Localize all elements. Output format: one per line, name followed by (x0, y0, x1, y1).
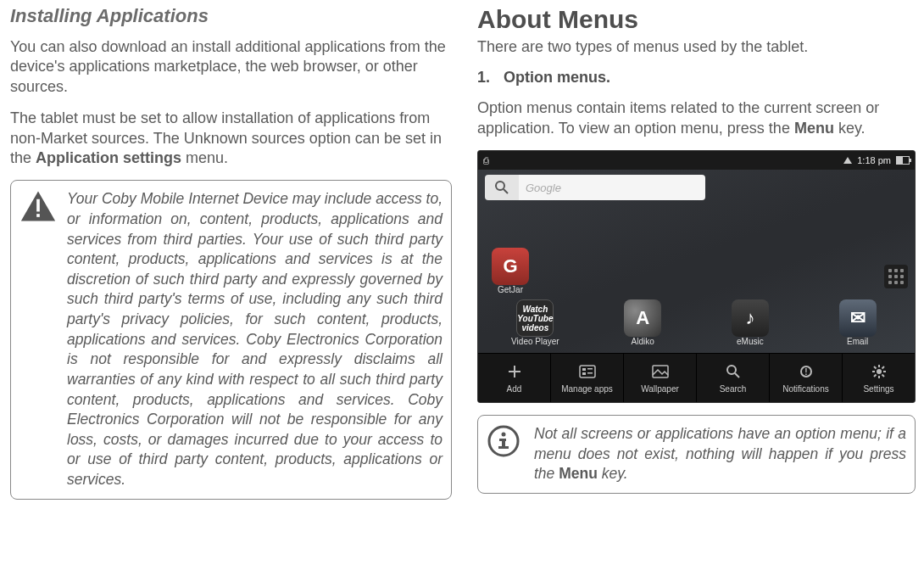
info-callout: Not all screens or applications have an … (477, 415, 916, 494)
svg-point-3 (496, 182, 504, 190)
svg-point-13 (727, 366, 736, 374)
wallpaper-icon (651, 362, 670, 381)
paragraph: The tablet must be set to allow installa… (10, 109, 452, 168)
menu-manage-apps[interactable]: Manage apps (551, 354, 624, 402)
text-run: key. (834, 120, 866, 137)
list-number: 1. (477, 69, 490, 86)
app-label: Aldiko (632, 337, 654, 346)
tablet-screenshot: ⎙ 1:18 pm Google G (477, 150, 916, 403)
svg-rect-30 (498, 446, 509, 449)
app-shortcut-emusic[interactable]: ♪ eMusic (721, 299, 780, 346)
list-label: Option menus. (504, 69, 610, 86)
emusic-icon: ♪ (732, 299, 769, 337)
svg-line-4 (504, 189, 508, 193)
menu-settings[interactable]: Settings (843, 354, 915, 402)
info-text: Not all screens or applications have an … (534, 424, 906, 484)
aldiko-icon: A (624, 299, 661, 337)
status-bar: ⎙ 1:18 pm (478, 151, 915, 170)
warning-callout: Your Coby Mobile Internet Device may inc… (10, 180, 452, 499)
menu-label: Settings (863, 384, 893, 394)
home-screen: G GetJar Watch YouTube videos Video Play… (478, 205, 915, 353)
svg-line-24 (882, 366, 884, 369)
menu-add[interactable]: Add (478, 354, 551, 402)
menu-label: Manage apps (561, 384, 613, 394)
warning-icon (19, 189, 57, 489)
text-bold: Menu (794, 120, 834, 137)
app-label: Video Player (511, 337, 559, 346)
clock-text: 1:18 pm (857, 155, 891, 165)
svg-rect-1 (36, 199, 40, 212)
svg-line-14 (735, 373, 739, 377)
option-menu-bar: Add Manage apps Wallpaper Search (478, 353, 915, 402)
search-row: Google (478, 170, 915, 205)
paragraph: Option menus contain items related to th… (477, 98, 916, 138)
right-column: About Menus There are two types of menus… (462, 0, 924, 576)
svg-line-23 (882, 375, 884, 377)
menu-label: Wallpaper (641, 384, 679, 394)
app-drawer-button[interactable] (884, 265, 908, 288)
paragraph: There are two types of menus used by the… (477, 37, 916, 57)
text-bold: Application settings (36, 149, 181, 166)
svg-point-27 (502, 433, 506, 437)
app-label: Email (847, 337, 868, 346)
app-shortcut-aldiko[interactable]: A Aldiko (613, 299, 672, 346)
search-icon (494, 180, 509, 195)
app-shortcut-email[interactable]: ✉ Email (828, 299, 888, 346)
menu-label: Notifications (782, 384, 828, 394)
menu-label: Add (507, 384, 522, 394)
paragraph: You can also download an install additio… (10, 37, 452, 97)
svg-line-25 (874, 375, 877, 377)
plus-icon (505, 362, 524, 381)
usb-icon: ⎙ (483, 155, 489, 165)
svg-rect-8 (582, 368, 586, 371)
svg-point-17 (877, 369, 882, 374)
text-run: menu. (181, 149, 228, 166)
search-input[interactable]: Google (519, 175, 705, 200)
menu-search[interactable]: Search (697, 354, 770, 402)
text-bold: Menu (559, 465, 598, 482)
menu-notifications[interactable]: ! Notifications (770, 354, 843, 402)
app-label: eMusic (737, 337, 764, 346)
section-title: About Menus (477, 5, 916, 34)
list-item: 1.Option menus. (477, 69, 916, 87)
search-button[interactable] (485, 175, 519, 200)
svg-text:!: ! (804, 367, 807, 377)
left-column: Installing Applications You can also dow… (0, 0, 462, 576)
svg-rect-7 (580, 366, 595, 377)
svg-rect-2 (36, 215, 40, 218)
info-icon (487, 424, 524, 461)
manage-apps-icon (578, 362, 597, 381)
app-shortcut-getjar[interactable]: G GetJar (492, 248, 529, 294)
warning-text: Your Coby Mobile Internet Device may inc… (67, 189, 443, 489)
section-title: Installing Applications (10, 5, 452, 27)
menu-wallpaper[interactable]: Wallpaper (624, 354, 697, 402)
battery-icon (896, 156, 910, 165)
wifi-icon (843, 157, 852, 164)
email-icon: ✉ (839, 299, 877, 337)
text-run: key. (598, 465, 628, 482)
svg-rect-11 (587, 372, 593, 374)
gear-icon (870, 362, 888, 381)
app-shortcut-video-player[interactable]: Watch YouTube videos Video Player (505, 299, 565, 346)
svg-line-22 (874, 366, 877, 369)
app-label: GetJar (498, 285, 523, 294)
search-icon (724, 362, 743, 381)
notifications-icon: ! (797, 362, 815, 381)
menu-label: Search (720, 384, 747, 394)
svg-rect-9 (582, 372, 586, 375)
getjar-icon: G (492, 248, 529, 285)
svg-rect-10 (587, 368, 593, 370)
search-placeholder: Google (526, 182, 561, 194)
video-player-icon: Watch YouTube videos (516, 299, 554, 337)
